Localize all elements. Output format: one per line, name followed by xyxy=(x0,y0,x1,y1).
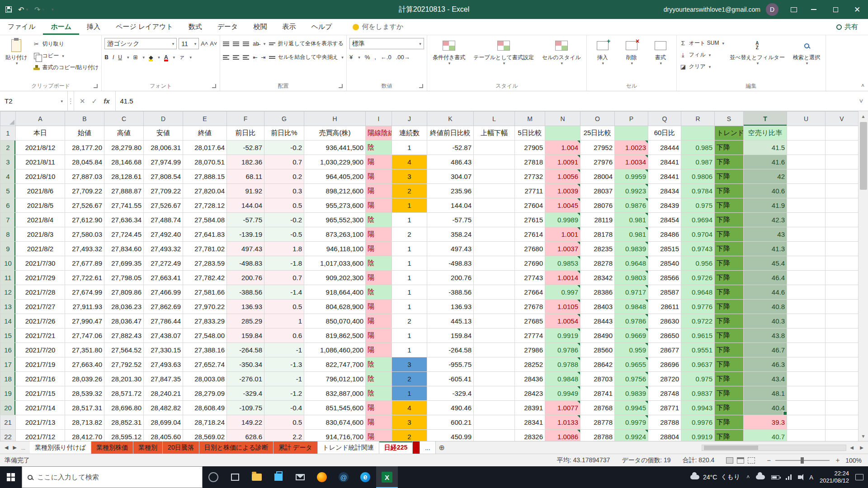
col-header-V[interactable]: V xyxy=(826,112,859,126)
cell-E5[interactable]: 27,820.04 xyxy=(183,184,227,198)
sheet-tab-日別と株価による診断[interactable]: 日別と株価による診断 xyxy=(199,441,274,454)
row-header-19[interactable]: 19 xyxy=(0,386,16,401)
cell-V1[interactable] xyxy=(826,126,859,141)
cell-C14[interactable]: 28,036.47 xyxy=(104,314,144,328)
cell-M7[interactable]: 27615 xyxy=(515,213,545,227)
cell-R12[interactable]: 0.9648 xyxy=(681,285,715,300)
cell-M11[interactable]: 27743 xyxy=(515,271,545,285)
cell-D9[interactable]: 27,493.32 xyxy=(144,242,183,256)
cell-K22[interactable]: 450.99 xyxy=(427,430,474,441)
cell-V4[interactable] xyxy=(826,169,859,184)
sheet-tab-業種別[interactable]: 業種別 xyxy=(133,441,163,454)
cell-G9[interactable]: 1.8 xyxy=(264,242,304,256)
ime-indicator[interactable]: A xyxy=(809,474,813,481)
cell-R8[interactable]: 0.9704 xyxy=(681,227,715,242)
cell-K1[interactable]: 終値前日比較 xyxy=(427,126,474,141)
cell-R20[interactable]: 0.9943 xyxy=(681,401,715,415)
cell-V8[interactable] xyxy=(826,227,859,242)
cell-N19[interactable]: 0.9949 xyxy=(545,386,580,401)
delete-cells-button[interactable]: 削除▾ xyxy=(618,37,645,68)
cell-F6[interactable]: 144.04 xyxy=(227,198,264,213)
phonetic-button[interactable]: ァ xyxy=(179,53,184,61)
cell-Q6[interactable]: 28439 xyxy=(648,198,681,213)
cell-A7[interactable]: 2021/8/4 xyxy=(16,213,65,227)
cell-M14[interactable]: 27685 xyxy=(515,314,545,328)
cell-O14[interactable]: 28443 xyxy=(580,314,615,328)
cell-T11[interactable]: 46.4 xyxy=(744,271,787,285)
conditional-formatting-button[interactable]: 条件付き書式▾ xyxy=(430,37,468,68)
cell-R4[interactable]: 0.9806 xyxy=(681,169,715,184)
clear-button[interactable]: ◪クリア▾ xyxy=(679,61,724,72)
taskbar-search-input[interactable]: ここに入力して検索 xyxy=(22,466,203,488)
cell-A21[interactable]: 2021/7/13 xyxy=(16,415,65,430)
cell-N22[interactable]: 1.0086 xyxy=(545,430,580,441)
col-header-C[interactable]: C xyxy=(104,112,144,126)
cell-K20[interactable]: 490.46 xyxy=(427,401,474,415)
cell-V16[interactable] xyxy=(826,343,859,357)
cell-O12[interactable]: 28386 xyxy=(580,285,615,300)
col-header-Q[interactable]: Q xyxy=(648,112,681,126)
cell-N15[interactable]: 0.9919 xyxy=(545,328,580,343)
copy-button[interactable]: コピー▾ xyxy=(33,51,99,61)
cell-P17[interactable]: 0.9655 xyxy=(615,357,648,372)
cell-L15[interactable] xyxy=(474,328,515,343)
cell-S6[interactable]: 下降 xyxy=(715,198,744,213)
cell-T14[interactable]: 40.3 xyxy=(744,314,787,328)
cell-G20[interactable]: -0.4 xyxy=(264,401,304,415)
cell-F15[interactable]: 159.84 xyxy=(227,328,264,343)
new-sheet-button[interactable]: ⊕ xyxy=(436,441,448,454)
cell-F13[interactable]: 136.93 xyxy=(227,300,264,314)
cell-Q1[interactable]: 60日比 xyxy=(648,126,681,141)
cell-E15[interactable]: 27,548.00 xyxy=(183,328,227,343)
cell-L14[interactable] xyxy=(474,314,515,328)
zoom-slider[interactable] xyxy=(775,460,830,461)
cell-O15[interactable]: 28490 xyxy=(580,328,615,343)
ribbon-tab-挿入[interactable]: 挿入 xyxy=(79,19,108,35)
cell-C1[interactable]: 高値 xyxy=(104,126,144,141)
sheet-tab-20日騰落[interactable]: 20日騰落 xyxy=(163,441,199,454)
col-header-R[interactable]: R xyxy=(681,112,715,126)
cell-I4[interactable]: 陽 xyxy=(366,169,392,184)
cell-Q7[interactable]: 28454 xyxy=(648,213,681,227)
cell-B8[interactable]: 27,580.03 xyxy=(65,227,104,242)
cell-Q21[interactable]: 28788 xyxy=(648,415,681,430)
cell-B2[interactable]: 28,177.20 xyxy=(65,141,104,155)
cell-U20[interactable] xyxy=(787,401,826,415)
cell-U11[interactable] xyxy=(787,271,826,285)
cell-F8[interactable]: -139.19 xyxy=(227,227,264,242)
cell-J20[interactable]: 4 xyxy=(392,401,427,415)
cell-F7[interactable]: -57.75 xyxy=(227,213,264,227)
cell-M17[interactable]: 28252 xyxy=(515,357,545,372)
cell-C16[interactable]: 27,564.52 xyxy=(104,343,144,357)
cell-A6[interactable]: 2021/8/5 xyxy=(16,198,65,213)
cell-G5[interactable]: 0.3 xyxy=(264,184,304,198)
cell-G7[interactable]: -0.2 xyxy=(264,213,304,227)
cell-O3[interactable]: 27976 xyxy=(580,155,615,169)
cell-M19[interactable]: 28423 xyxy=(515,386,545,401)
wrap-text-button[interactable]: 折り返して全体を表示する xyxy=(269,40,344,47)
cell-K2[interactable]: -52.87 xyxy=(427,141,474,155)
cell-F21[interactable]: 149.22 xyxy=(227,415,264,430)
sheet-tab-red-mini[interactable] xyxy=(413,441,420,454)
ribbon-tab-ホーム[interactable]: ホーム xyxy=(43,19,79,35)
cell-A2[interactable]: 2021/8/12 xyxy=(16,141,65,155)
cell-R14[interactable]: 0.9722 xyxy=(681,314,715,328)
number-format-select[interactable]: 標準▾ xyxy=(349,38,424,49)
underline-button[interactable]: U xyxy=(118,54,122,61)
cell-Q8[interactable]: 28486 xyxy=(648,227,681,242)
cell-N17[interactable]: 0.9788 xyxy=(545,357,580,372)
orientation-button[interactable]: ab̶ xyxy=(253,41,259,47)
cell-H20[interactable]: 851,545,600 xyxy=(304,401,366,415)
cell-M20[interactable]: 28391 xyxy=(515,401,545,415)
format-cells-button[interactable]: 書式▾ xyxy=(647,37,674,68)
cell-B13[interactable]: 27,911.93 xyxy=(65,300,104,314)
cell-I14[interactable]: 陽 xyxy=(366,314,392,328)
cell-S10[interactable]: 下降 xyxy=(715,256,744,271)
cell-D10[interactable]: 27,272.49 xyxy=(144,256,183,271)
cell-C8[interactable]: 27,724.45 xyxy=(104,227,144,242)
cell-P20[interactable]: 0.9945 xyxy=(615,401,648,415)
decrease-indent-button[interactable]: ⇤ xyxy=(253,54,257,61)
cell-K5[interactable]: 235.96 xyxy=(427,184,474,198)
paste-button[interactable]: 貼り付け▾ xyxy=(3,37,30,68)
cell-Q19[interactable]: 28748 xyxy=(648,386,681,401)
